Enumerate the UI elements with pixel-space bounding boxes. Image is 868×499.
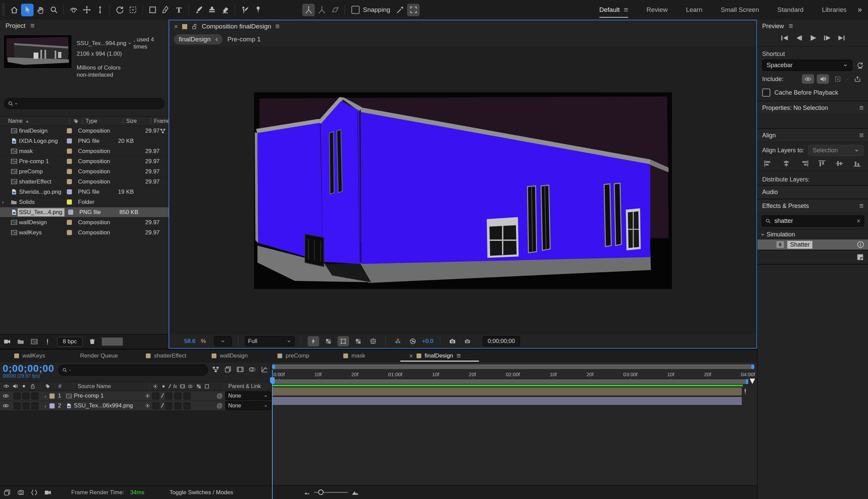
workspace-tab-default[interactable]: Default≡ (599, 6, 628, 14)
expand-caret-icon[interactable]: › (0, 199, 9, 205)
render-panes-icon[interactable] (44, 489, 51, 496)
first-frame-button[interactable] (780, 34, 789, 42)
project-row-ixda-logo[interactable]: IXDA Logo.png PNG file20 KB (0, 136, 169, 146)
pan-camera-tool-button[interactable] (81, 4, 93, 16)
timeline-track-area[interactable]: 0:00f10f20f01:00f10f20f02:00f10f20f03:00… (271, 362, 757, 485)
effect-item-shatter[interactable]: 8 Shatter (757, 240, 868, 250)
close-tab-icon[interactable]: × (409, 352, 413, 360)
quality-icon[interactable]: / (168, 383, 171, 389)
timeline-tab-render-queue[interactable]: Render Queue (80, 349, 146, 362)
new-folder-icon[interactable] (17, 338, 24, 345)
lock-open-icon[interactable] (191, 23, 198, 30)
zoom-tool-button[interactable] (48, 4, 60, 16)
label-swatch[interactable] (68, 210, 73, 215)
align-to-dropdown[interactable]: Selection (808, 145, 864, 156)
resolution-dropdown[interactable]: Full (245, 336, 294, 346)
project-row-shattereffect[interactable]: shatterEffect Composition29.97 (0, 177, 169, 187)
composition-panel-menu-icon[interactable]: ≡ (276, 23, 280, 30)
align-bottom-button[interactable] (852, 159, 862, 168)
align-panel-menu-icon[interactable]: ≡ (859, 132, 864, 139)
eye-icon[interactable] (0, 393, 12, 399)
fast-preview-button[interactable] (308, 336, 319, 346)
snapping-checkbox[interactable] (351, 6, 359, 14)
hand-tool-button[interactable] (34, 4, 47, 16)
exposure-value[interactable]: +0.0 (422, 338, 433, 345)
close-tab-icon[interactable]: × (174, 23, 178, 31)
switch-well[interactable] (174, 402, 182, 410)
expand-caret-icon[interactable]: › (41, 403, 50, 409)
include-overlays-button[interactable] (832, 74, 844, 84)
label-swatch[interactable] (67, 169, 72, 174)
dolly-camera-tool-button[interactable] (94, 4, 106, 16)
timeline-search-box[interactable] (58, 365, 208, 376)
project-panel-menu-icon[interactable]: ≡ (30, 22, 35, 29)
zoom-in-mountains-icon[interactable] (351, 490, 359, 495)
region-of-interest-button[interactable] (407, 4, 419, 16)
column-size[interactable]: Size (123, 118, 150, 124)
playhead[interactable] (272, 370, 273, 499)
show-snapshot-button[interactable] (462, 336, 473, 346)
pen-tool-button[interactable] (159, 4, 172, 16)
world-axis-mode-button[interactable] (316, 4, 328, 16)
column-source-name[interactable]: Source Name (73, 383, 150, 389)
expand-layer-pane-icon[interactable] (3, 489, 11, 496)
parent-dropdown[interactable]: None (225, 401, 271, 410)
breadcrumb-parent-comp[interactable]: Pre-comp 1 (227, 36, 260, 43)
solo-well[interactable] (22, 392, 29, 400)
timeline-tab-walldesign[interactable]: wallDesign (212, 349, 278, 362)
take-snapshot-button[interactable] (447, 336, 458, 346)
transfer-controls-icon[interactable] (17, 489, 24, 496)
rotation-tool-button[interactable] (113, 4, 126, 16)
label-tag-icon[interactable] (45, 384, 50, 389)
project-settings-quill-icon[interactable] (44, 338, 51, 345)
align-left-button[interactable] (763, 159, 774, 168)
column-name[interactable]: Name (8, 118, 23, 124)
preview-panel-menu-icon[interactable]: ≡ (788, 22, 793, 30)
effects-search-box[interactable]: × (761, 216, 864, 227)
selection-tool-button[interactable] (21, 4, 34, 16)
new-composition-icon[interactable] (30, 338, 38, 345)
project-row-walldesign[interactable]: wallDesign Composition29.97 (0, 217, 169, 228)
comp-marker-bin-icon[interactable] (750, 379, 755, 384)
new-preset-corner-icon[interactable] (856, 253, 864, 261)
collapse-transformations-icon[interactable] (145, 403, 150, 409)
exposure-reset-button[interactable] (407, 336, 418, 346)
layer-row-2[interactable]: › 2 SSU_Tex...06x994.png / @ None (0, 401, 271, 411)
frame-blending-icon[interactable] (236, 366, 244, 373)
in-out-panes-icon[interactable] (30, 489, 38, 496)
layer-row-1[interactable]: › 1 Pre-comp 1 / @ None (0, 391, 271, 401)
interpret-footage-icon[interactable] (3, 338, 11, 345)
label-swatch[interactable] (67, 199, 72, 205)
parent-dropdown[interactable]: None (225, 391, 271, 400)
lock-column-icon[interactable] (30, 383, 36, 389)
playback-mode-button[interactable] (851, 74, 864, 84)
video-column-eye-icon[interactable] (3, 383, 9, 389)
align-horizontal-center-button[interactable] (781, 159, 791, 168)
audio-well[interactable] (14, 402, 21, 410)
project-row-ssu-texture-selected[interactable]: SSU_Tex...4.png PNG file850 KB (0, 207, 169, 217)
include-video-button[interactable] (802, 74, 814, 84)
workspace-menu-icon[interactable]: ≡ (624, 6, 628, 14)
workspace-tab-libraries[interactable]: Libraries (822, 6, 847, 14)
info-icon[interactable] (857, 241, 864, 248)
timeline-tab-precomp[interactable]: preComp (278, 349, 343, 362)
layer-bar-pre-comp-1[interactable] (272, 387, 742, 396)
timeline-search-input[interactable] (74, 366, 204, 374)
snap-options-button[interactable] (394, 4, 406, 16)
previous-frame-button[interactable] (794, 34, 803, 42)
current-timecode[interactable]: 0;00;00;00 (3, 364, 54, 373)
search-scope-chevron-icon[interactable] (14, 102, 18, 106)
next-frame-button[interactable] (823, 34, 832, 42)
zoom-slider-knob[interactable] (318, 489, 323, 495)
reset-icon[interactable] (856, 62, 864, 69)
properties-panel-menu-icon[interactable]: ≡ (859, 104, 864, 112)
label-tag-icon[interactable] (73, 118, 79, 124)
workspace-tab-review[interactable]: Review (647, 6, 668, 14)
solo-well[interactable] (22, 402, 29, 410)
three-d-layer-icon[interactable] (204, 384, 210, 389)
solo-column-icon[interactable] (21, 383, 27, 389)
toggle-switches-modes-button[interactable]: Toggle Switches / Modes (169, 489, 233, 496)
clear-search-icon[interactable]: × (856, 217, 860, 225)
chevron-down-icon[interactable] (127, 41, 132, 46)
pan-behind-tool-button[interactable] (126, 4, 139, 16)
